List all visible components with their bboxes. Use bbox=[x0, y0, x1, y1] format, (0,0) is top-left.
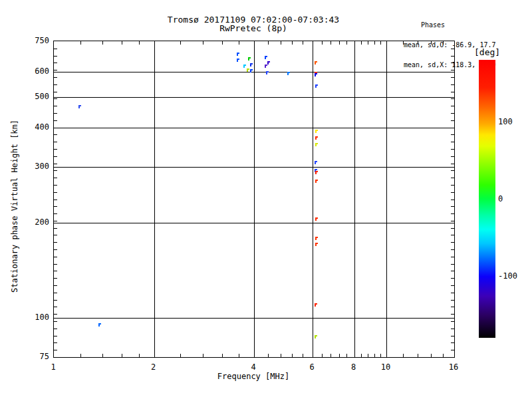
data-point bbox=[315, 161, 317, 164]
y-minor-tick bbox=[451, 307, 454, 307]
y-minor-tick bbox=[451, 77, 454, 78]
y-minor-tick bbox=[54, 98, 57, 99]
y-minor-tick bbox=[54, 300, 57, 301]
data-point bbox=[78, 105, 81, 108]
x-minor-tick bbox=[303, 41, 303, 45]
colorbar-tick-label: 0 bbox=[498, 195, 503, 203]
y-minor-tick bbox=[451, 271, 454, 271]
x-tick-label: 16 bbox=[440, 362, 467, 372]
x-minor-tick bbox=[80, 41, 81, 45]
y-minor-tick bbox=[54, 56, 57, 57]
data-point bbox=[315, 243, 318, 246]
phase-stats-header: Phases bbox=[421, 22, 495, 29]
y-minor-tick bbox=[451, 235, 454, 235]
y-minor-tick bbox=[451, 192, 454, 193]
data-point bbox=[315, 73, 317, 76]
y-minor-tick bbox=[451, 156, 454, 157]
y-minor-tick bbox=[451, 49, 454, 49]
y-minor-tick bbox=[451, 350, 454, 350]
x-minor-tick bbox=[322, 41, 323, 45]
y-tick-label: 200 bbox=[25, 218, 49, 226]
data-point bbox=[315, 136, 318, 140]
y-minor-tick bbox=[54, 128, 57, 128]
y-minor-tick bbox=[451, 185, 454, 186]
data-point bbox=[98, 323, 101, 327]
x-minor-tick bbox=[431, 41, 432, 45]
y-tick-label: 75 bbox=[25, 352, 49, 360]
x-minor-tick bbox=[339, 41, 340, 45]
x-minor-tick bbox=[222, 41, 223, 45]
y-tick-label: 750 bbox=[25, 37, 49, 45]
gridline-vertical bbox=[313, 41, 313, 357]
x-minor-tick bbox=[139, 354, 140, 357]
x-minor-tick bbox=[222, 354, 223, 357]
x-minor-tick bbox=[203, 41, 203, 45]
y-minor-tick bbox=[451, 84, 454, 85]
data-point bbox=[315, 237, 318, 240]
x-tick-label: 1 bbox=[40, 362, 66, 372]
data-point bbox=[315, 61, 317, 65]
y-minor-tick bbox=[451, 56, 454, 57]
x-tick-label: 6 bbox=[299, 362, 325, 372]
y-minor-tick bbox=[451, 321, 454, 322]
y-minor-tick bbox=[54, 271, 57, 271]
colorbar-tick-label: 100 bbox=[498, 118, 513, 126]
x-minor-tick bbox=[346, 354, 347, 357]
x-minor-tick bbox=[346, 41, 347, 45]
y-minor-tick bbox=[54, 185, 57, 186]
x-minor-tick bbox=[380, 354, 381, 357]
y-minor-tick bbox=[54, 178, 57, 178]
y-minor-tick bbox=[54, 192, 57, 193]
y-minor-tick bbox=[451, 293, 454, 293]
y-minor-tick bbox=[451, 106, 454, 106]
y-minor-tick bbox=[451, 342, 454, 343]
data-point bbox=[248, 57, 251, 61]
x-minor-tick bbox=[374, 41, 375, 45]
data-point bbox=[315, 143, 318, 146]
y-minor-tick bbox=[54, 336, 57, 336]
y-minor-tick bbox=[54, 142, 57, 142]
y-minor-tick bbox=[54, 285, 57, 286]
data-point bbox=[250, 69, 253, 72]
x-tick-label: 4 bbox=[240, 362, 267, 372]
x-minor-tick bbox=[374, 354, 375, 357]
y-minor-tick bbox=[451, 278, 454, 279]
data-point bbox=[315, 180, 318, 183]
x-minor-tick bbox=[239, 354, 239, 357]
data-point bbox=[315, 217, 318, 221]
gridline-horizontal bbox=[54, 97, 454, 98]
y-minor-tick bbox=[451, 264, 454, 265]
x-tick-label: 2 bbox=[140, 362, 167, 372]
colorbar-unit-label: [deg] bbox=[474, 47, 500, 57]
gridline-vertical bbox=[386, 41, 387, 357]
y-minor-tick bbox=[451, 242, 454, 243]
y-minor-tick bbox=[54, 314, 57, 315]
y-minor-tick bbox=[451, 134, 454, 135]
y-minor-tick bbox=[54, 228, 57, 229]
y-minor-tick bbox=[451, 149, 454, 150]
x-minor-tick bbox=[180, 354, 181, 357]
gridline-horizontal bbox=[54, 72, 454, 72]
gridline-horizontal bbox=[54, 223, 454, 223]
y-tick-label: 600 bbox=[25, 67, 49, 75]
y-minor-tick bbox=[451, 128, 454, 128]
y-minor-tick bbox=[451, 120, 454, 121]
x-minor-tick bbox=[322, 354, 323, 357]
y-minor-tick bbox=[54, 77, 57, 78]
y-minor-tick bbox=[451, 213, 454, 214]
data-point bbox=[287, 72, 290, 75]
y-minor-tick bbox=[54, 70, 57, 70]
y-minor-tick bbox=[54, 206, 57, 207]
gridline-vertical bbox=[354, 41, 355, 357]
data-point bbox=[237, 53, 239, 56]
y-minor-tick bbox=[54, 106, 57, 106]
y-minor-tick bbox=[54, 156, 57, 157]
y-minor-tick bbox=[54, 350, 57, 350]
x-minor-tick bbox=[102, 41, 103, 45]
x-minor-tick bbox=[303, 354, 303, 357]
data-point bbox=[250, 63, 253, 66]
data-point bbox=[265, 65, 267, 68]
gridline-vertical bbox=[254, 41, 255, 357]
gridline-horizontal bbox=[54, 318, 454, 319]
y-axis-label: Stationary phase Virtual Height [km] bbox=[10, 110, 19, 303]
